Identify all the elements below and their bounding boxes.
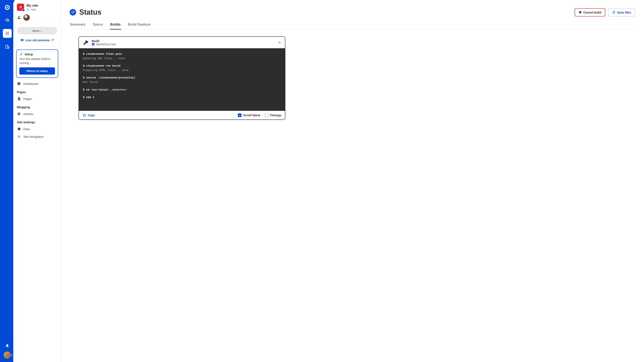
section-blogging: Blogging	[13, 103, 61, 110]
svg-point-20	[19, 16, 20, 17]
setup-card: Setup Your first website build is runnin…	[16, 49, 58, 78]
rail-devices-icon[interactable]	[3, 16, 12, 24]
svg-point-11	[7, 34, 8, 35]
build-running-icon	[92, 43, 94, 46]
sidebar-item-label: Data	[23, 127, 30, 131]
svg-rect-13	[6, 45, 8, 48]
copy-label: Copy	[88, 114, 95, 117]
terminal-command: $ source .cloudcannon/preinstall	[83, 76, 281, 80]
chevron-up-icon[interactable]	[278, 41, 281, 44]
main-content: Status Cancel build Sync files SummarySy…	[61, 0, 644, 362]
sidebar-item-dashboard[interactable]: Dashboard	[13, 80, 61, 87]
site-name: My site	[26, 3, 38, 8]
build-panel-header[interactable]: Build Started just now	[79, 37, 285, 48]
setup-description: Your first website build is running...	[19, 57, 55, 65]
svg-rect-27	[18, 113, 20, 113]
page-icon	[17, 97, 21, 100]
collaborators-icon[interactable]	[17, 15, 21, 20]
scroll-latest-checkbox[interactable]: Scroll latest	[238, 113, 260, 117]
gear-icon	[17, 127, 21, 131]
svg-point-1	[7, 7, 8, 8]
terminal-command: $ cloudcannon files pull	[83, 52, 281, 56]
svg-point-19	[18, 16, 19, 17]
terminal-output: Preparing HTML files... done	[83, 68, 281, 73]
rail-org-icon[interactable]	[3, 42, 12, 51]
svg-point-9	[8, 33, 9, 34]
svg-point-7	[6, 33, 7, 34]
svg-point-17	[28, 9, 29, 9]
svg-point-6	[8, 32, 9, 33]
site-icon	[17, 3, 24, 11]
external-link-icon	[51, 38, 54, 42]
eye-icon	[20, 38, 24, 42]
copy-button[interactable]: Copy	[82, 113, 95, 117]
sidebar-item-articles[interactable]: Articles	[13, 110, 61, 118]
svg-rect-29	[18, 114, 20, 114]
branch-icon	[26, 8, 30, 11]
branch-indicator: main	[26, 8, 38, 11]
terminal-command: $ npm i	[83, 95, 281, 99]
sidebar-item-pages[interactable]: Pages	[13, 95, 61, 103]
svg-point-8	[7, 33, 8, 34]
tab-syncs[interactable]: Syncs	[92, 21, 103, 29]
sync-icon	[612, 11, 616, 14]
svg-rect-33	[18, 136, 20, 137]
dashboard-icon	[17, 82, 21, 85]
section-pages: Pages	[13, 87, 61, 95]
notifications-icon[interactable]	[5, 344, 9, 348]
svg-point-4	[6, 32, 7, 33]
wrench-icon	[82, 39, 89, 46]
svg-rect-31	[18, 136, 20, 136]
terminal-command: $ cloudcannon run build	[83, 64, 281, 68]
site-header[interactable]: My site main	[13, 3, 61, 13]
tab-builds[interactable]: Builds	[110, 21, 121, 29]
site-sync-badge-icon	[22, 9, 25, 12]
branch-name: main	[30, 8, 36, 11]
svg-rect-37	[84, 115, 86, 116]
setup-title: Setup	[24, 52, 33, 56]
svg-rect-24	[19, 83, 19, 84]
sync-files-button[interactable]: Sync files	[608, 8, 635, 16]
dashboard-label: Dashboard	[23, 82, 38, 85]
copy-icon	[82, 113, 86, 117]
rail-user-avatar[interactable]	[4, 352, 11, 359]
timings-checkbox[interactable]: Timings	[265, 113, 281, 117]
cancel-build-label: Cancel build	[584, 11, 601, 14]
svg-rect-30	[18, 136, 18, 136]
sidebar-item-label: Site Navigation	[23, 135, 44, 138]
build-title: Build	[92, 39, 116, 43]
svg-rect-25	[19, 84, 20, 84]
svg-point-16	[27, 9, 27, 9]
svg-rect-28	[18, 114, 20, 114]
build-terminal: $ cloudcannon files pullUpdating 206 fil…	[79, 48, 285, 111]
collaborator-avatar[interactable]	[23, 14, 30, 21]
sidebar-item-label: Articles	[23, 112, 33, 116]
svg-rect-34	[18, 137, 18, 138]
save-button[interactable]: Save...	[17, 27, 57, 34]
checkbox-checked-icon	[238, 113, 242, 117]
nav-rail	[0, 0, 14, 362]
terminal-command: $ cd /usr/local/__site/src/	[83, 88, 281, 92]
terminal-output: Updating 206 files... done	[83, 56, 281, 61]
section-site-settings: Site Settings	[13, 118, 61, 125]
build-panel: Build Started just now	[78, 36, 285, 120]
sidebar-item-data[interactable]: Data	[13, 125, 61, 133]
sidebar-item-site-navigation[interactable]: Site Navigation	[13, 133, 61, 140]
tab-build-deploys[interactable]: Build Deploys	[128, 21, 151, 29]
svg-point-18	[28, 10, 28, 10]
svg-point-21	[22, 40, 22, 40]
svg-point-12	[8, 34, 9, 35]
svg-rect-23	[18, 83, 18, 84]
rail-apps-icon[interactable]	[3, 29, 12, 38]
terminal-output: Not found.	[83, 80, 281, 84]
live-preview-link[interactable]: Live site preview	[13, 36, 61, 46]
return-to-setup-button[interactable]: Return to setup	[19, 67, 55, 75]
live-preview-label: Live site preview	[25, 38, 50, 42]
svg-point-5	[7, 32, 8, 33]
scroll-latest-label: Scroll latest	[243, 113, 260, 117]
page-title: Status	[79, 8, 102, 16]
svg-point-15	[8, 48, 9, 48]
tab-summary[interactable]: Summary	[70, 21, 86, 29]
sidebar: My site main Save... Live site preview S…	[13, 0, 61, 362]
cancel-build-button[interactable]: Cancel build	[574, 8, 605, 16]
